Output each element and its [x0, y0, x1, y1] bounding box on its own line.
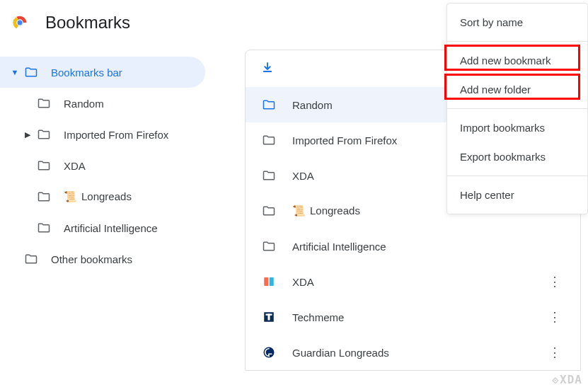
site-guardian-favicon-icon	[261, 345, 277, 360]
organise-icon[interactable]	[261, 61, 274, 76]
folder-icon	[37, 127, 51, 142]
folder-icon	[261, 203, 277, 219]
folder-icon	[261, 97, 277, 113]
sidebar-tree: ▼Bookmarks barRandom▶Imported From Firef…	[0, 42, 205, 371]
sidebar-item-label: Imported From Firefox	[64, 129, 205, 141]
menu-divider	[447, 175, 587, 176]
folder-icon	[24, 252, 38, 266]
list-item-label: XDA	[292, 276, 545, 288]
sidebar-item-label: Bookmarks bar	[51, 67, 205, 79]
chrome-logo-icon	[10, 13, 30, 33]
sidebar-item-label: XDA	[64, 160, 205, 172]
sidebar-item-random[interactable]: Random	[0, 88, 205, 119]
menu-item-add-new-bookmark[interactable]: Add new bookmark	[447, 46, 587, 75]
emoji-prefix-icon: 📜	[64, 190, 77, 202]
sidebar-item-label: Random	[64, 98, 205, 110]
folder-icon	[261, 132, 277, 148]
site-xda-favicon-icon	[261, 274, 277, 289]
more-actions-icon[interactable]: ⋮	[545, 272, 565, 292]
svg-rect-3	[264, 277, 268, 286]
context-menu: Sort by nameAdd new bookmarkAdd new fold…	[446, 3, 588, 214]
folder-icon	[24, 65, 38, 79]
sidebar-item-imported-from-firefox[interactable]: ▶Imported From Firefox	[0, 119, 205, 150]
folder-icon	[261, 168, 277, 183]
folder-icon	[37, 158, 51, 173]
menu-item-import-bookmarks[interactable]: Import bookmarks	[447, 113, 587, 142]
list-item-label: Artificial Intelligence	[292, 241, 565, 253]
list-item-label: Techmeme	[292, 311, 545, 323]
menu-item-add-new-folder[interactable]: Add new folder	[447, 75, 587, 104]
more-actions-icon[interactable]: ⋮	[545, 342, 565, 362]
list-item[interactable]: XDA⋮	[246, 264, 580, 299]
sidebar-item-label: Other bookmarks	[51, 253, 205, 265]
sidebar-item-xda[interactable]: XDA	[0, 150, 205, 181]
menu-item-sort-by-name[interactable]: Sort by name	[447, 8, 587, 37]
folder-icon	[37, 221, 51, 235]
folder-icon	[37, 96, 51, 110]
menu-divider	[447, 41, 587, 42]
sidebar-item-bookmarks-bar[interactable]: ▼Bookmarks bar	[0, 57, 205, 88]
expand-toggle-icon[interactable]: ▶	[21, 130, 34, 139]
menu-divider	[447, 108, 587, 109]
list-item-label: Guardian Longreads	[292, 347, 545, 359]
list-item[interactable]: Guardian Longreads⋮	[246, 335, 580, 370]
sidebar-item-artificial-intelligence[interactable]: Artificial Intelligence	[0, 212, 205, 243]
sidebar-item-other-bookmarks[interactable]: Other bookmarks	[0, 243, 205, 275]
more-actions-icon[interactable]: ⋮	[545, 307, 565, 327]
folder-icon	[261, 238, 277, 254]
svg-rect-7	[268, 314, 270, 321]
sidebar-item-longreads[interactable]: 📜Longreads	[0, 181, 205, 212]
sidebar-item-label: Artificial Intelligence	[64, 222, 205, 234]
list-item[interactable]: Techmeme⋮	[246, 299, 580, 335]
svg-rect-4	[270, 277, 274, 286]
sidebar-item-label: 📜Longreads	[64, 190, 205, 203]
menu-item-help-center[interactable]: Help center	[447, 180, 587, 209]
menu-item-export-bookmarks[interactable]: Export bookmarks	[447, 142, 587, 171]
page-title: Bookmarks	[45, 13, 130, 33]
folder-icon	[37, 190, 51, 204]
site-techmeme-favicon-icon	[261, 309, 277, 325]
list-item[interactable]: Artificial Intelligence	[246, 229, 580, 264]
expand-toggle-icon[interactable]: ▼	[8, 68, 21, 76]
emoji-prefix-icon: 📜	[292, 204, 306, 217]
watermark: ⟐XDA	[552, 373, 582, 386]
